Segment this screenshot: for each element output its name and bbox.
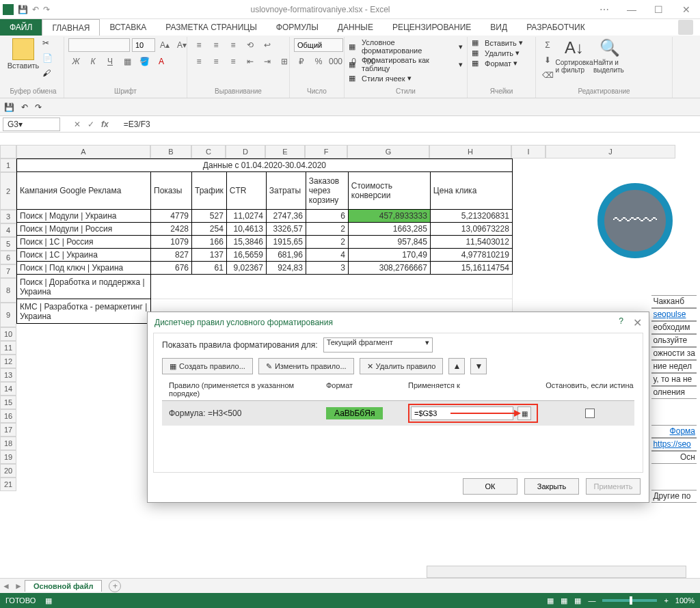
qat-undo-icon[interactable]: ↶ (32, 5, 39, 14)
cell-styles-button[interactable]: ▦ Стили ячеек ▾ (349, 74, 412, 83)
copy-icon[interactable]: 📄 (42, 53, 55, 66)
align-top-icon[interactable]: ≡ (191, 38, 206, 52)
stop-if-true-checkbox[interactable] (585, 409, 595, 418)
zoom-value[interactable]: 100% (675, 596, 695, 605)
sheet-tab-active[interactable]: Основной файл (25, 580, 102, 592)
insert-cells-button[interactable]: ▦ Вставить ▾ (472, 38, 523, 47)
cell-a9[interactable]: КМС | Разработка - ремаркетинг | Украина (17, 299, 151, 324)
align-left-icon[interactable]: ≡ (191, 55, 206, 68)
accept-formula-icon[interactable]: ✓ (88, 120, 94, 129)
row-header-11[interactable]: 11 (0, 341, 16, 355)
highlighted-cell[interactable]: 457,8933333 (348, 210, 430, 223)
col-header-a[interactable]: A (16, 145, 150, 158)
col-header-c[interactable]: C (191, 145, 226, 158)
macro-rec-icon[interactable]: ▦ (45, 596, 52, 605)
delete-cells-button[interactable]: ▦ Удалить ▾ (472, 49, 520, 57)
row-header-15[interactable]: 15 (0, 396, 16, 409)
header-shows[interactable]: Показы (151, 172, 192, 210)
border-icon[interactable]: ▦ (120, 55, 135, 68)
row-header-16[interactable]: 16 (0, 409, 16, 423)
row-header-7[interactable]: 7 (0, 264, 16, 278)
view-break-icon[interactable]: ▦ (574, 596, 581, 605)
show-rules-select[interactable]: Текущий фрагмент ▾ (323, 337, 433, 353)
dialog-close-icon[interactable]: ✕ (633, 316, 642, 329)
close-button[interactable]: Закрыть (524, 478, 579, 495)
save-icon[interactable]: 💾 (4, 102, 14, 112)
new-rule-button[interactable]: ▦Создать правило... (162, 358, 253, 374)
sheet-next-icon[interactable]: ► (12, 581, 25, 591)
zoom-in-icon[interactable]: + (664, 596, 668, 605)
horizontal-scrollbar[interactable] (427, 566, 686, 578)
align-center-icon[interactable]: ≡ (208, 55, 224, 68)
row-header-5[interactable]: 5 (0, 237, 16, 251)
tab-pagelayout[interactable]: РАЗМЕТКА СТРАНИЦЫ (156, 19, 267, 36)
row-header-6[interactable]: 6 (0, 251, 16, 264)
dialog-help-icon[interactable]: ? (619, 316, 623, 329)
font-size-input[interactable] (132, 38, 155, 52)
row-header-17[interactable]: 17 (0, 423, 16, 437)
row-header-18[interactable]: 18 (0, 437, 16, 450)
number-format-select[interactable] (294, 38, 343, 52)
col-header-h[interactable]: H (429, 145, 511, 158)
sheet-prev-icon[interactable]: ◄ (0, 581, 12, 591)
orientation-icon[interactable]: ⟲ (243, 38, 258, 52)
col-header-g[interactable]: G (347, 145, 429, 158)
indent-inc-icon[interactable]: ⇥ (260, 55, 275, 68)
fill-color-icon[interactable]: 🪣 (137, 55, 152, 68)
format-painter-icon[interactable]: 🖌 (42, 68, 55, 81)
zoom-out-icon[interactable]: — (588, 596, 595, 605)
underline-icon[interactable]: Ч (103, 55, 118, 68)
row-header-8[interactable]: 8 (0, 278, 16, 303)
percent-icon[interactable]: % (311, 55, 326, 68)
autosum-icon[interactable]: Σ (540, 38, 555, 52)
align-right-icon[interactable]: ≡ (226, 55, 241, 68)
align-bot-icon[interactable]: ≡ (226, 38, 241, 52)
table-title[interactable]: Данные с 01.04.2020-30.04.2020 (17, 159, 513, 172)
minimize-icon[interactable]: — (618, 0, 645, 19)
add-sheet-button[interactable]: + (109, 580, 121, 592)
format-cells-button[interactable]: ▦ Формат ▾ (472, 59, 517, 68)
close-icon[interactable]: ✕ (673, 0, 700, 19)
delete-rule-button[interactable]: ✕Удалить правило (360, 358, 444, 374)
formula-input[interactable]: =E3/F3 (124, 120, 150, 129)
edit-rule-button[interactable]: ✎Изменить правило... (258, 358, 354, 374)
comma-icon[interactable]: 000 (328, 55, 343, 68)
paste-button[interactable]: Вставить (7, 38, 40, 70)
tab-file[interactable]: ФАЙЛ (0, 19, 42, 36)
col-header-i[interactable]: I (511, 145, 546, 158)
view-page-icon[interactable]: ▦ (561, 596, 567, 605)
move-up-button[interactable]: ▲ (448, 358, 465, 374)
qat-save-icon[interactable]: 💾 (18, 5, 28, 14)
row-header-20[interactable]: 20 (0, 464, 16, 478)
header-campaign[interactable]: Кампания Google Реклама (17, 172, 151, 210)
move-down-button[interactable]: ▼ (470, 358, 487, 374)
cut-icon[interactable]: ✂ (42, 38, 55, 51)
header-cpc[interactable]: Цена клика (430, 172, 512, 210)
tab-dev[interactable]: РАЗРАБОТЧИК (517, 19, 595, 36)
row-header-13[interactable]: 13 (0, 368, 16, 382)
tab-data[interactable]: ДАННЫЕ (328, 19, 383, 36)
view-normal-icon[interactable]: ▦ (547, 596, 554, 605)
clear-icon[interactable]: ⌫ (540, 68, 555, 82)
row-header-21[interactable]: 21 (0, 478, 16, 491)
header-ctr[interactable]: CTR (226, 172, 266, 210)
format-table-button[interactable]: ▦ Форматировать как таблицу ▾ (349, 56, 463, 72)
qat-redo-icon[interactable]: ↷ (43, 5, 50, 14)
col-header-d[interactable]: D (226, 145, 265, 158)
col-header-j[interactable]: J (546, 145, 675, 158)
name-box[interactable]: G3 ▾ (3, 118, 60, 131)
apply-button[interactable]: Применить (586, 478, 641, 495)
bold-icon[interactable]: Ж (68, 55, 83, 68)
cancel-formula-icon[interactable]: ✕ (74, 120, 81, 129)
wrap-text-icon[interactable]: ↩ (260, 38, 275, 52)
tab-review[interactable]: РЕЦЕНЗИРОВАНИЕ (383, 19, 481, 36)
rule-row[interactable]: Формула: =H3<500 АаВbБбЯя ▦ (162, 401, 634, 426)
header-orders[interactable]: Заказов через корзину (306, 172, 348, 210)
sort-filter-button[interactable]: A↓ Сортировка и фильтр (558, 38, 591, 74)
align-mid-icon[interactable]: ≡ (208, 38, 224, 52)
redo2-icon[interactable]: ↷ (35, 102, 42, 112)
header-cost[interactable]: Затраты (266, 172, 306, 210)
select-all-button[interactable] (0, 145, 16, 158)
header-traffic[interactable]: Трафик (192, 172, 227, 210)
increase-font-icon[interactable]: A▴ (157, 38, 172, 52)
